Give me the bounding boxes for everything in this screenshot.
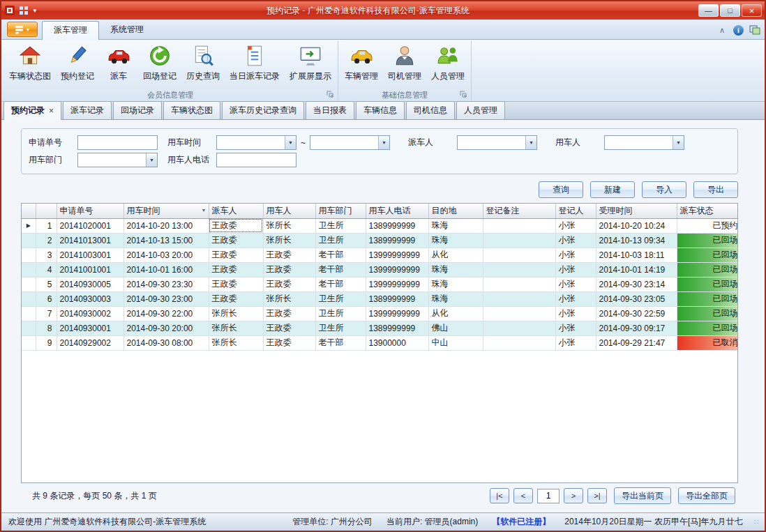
- column-header-目的地[interactable]: 目的地: [428, 204, 483, 218]
- cell-status: 已回场: [677, 291, 738, 306]
- doc-tab-人员管理[interactable]: 人员管理: [456, 101, 505, 119]
- column-header-用车人[interactable]: 用车人: [263, 204, 315, 218]
- table-row[interactable]: 3201410030012014-10-03 20:00王政委王政委老干部139…: [22, 248, 738, 262]
- group-dialog-launcher-icon[interactable]: [326, 91, 334, 98]
- app-menu-button[interactable]: ▼: [7, 22, 38, 37]
- column-header-用车人电话[interactable]: 用车人电话: [366, 204, 428, 218]
- quick-access-grid-icon[interactable]: [18, 5, 29, 16]
- help-info-icon[interactable]: i: [733, 25, 744, 36]
- ribbon-button-派车[interactable]: 派车: [99, 40, 138, 89]
- use-time-from-combo[interactable]: ▼: [216, 135, 296, 150]
- ribbon-button-扩展屏显示[interactable]: 扩展屏显示: [285, 40, 336, 89]
- doc-tab-派车记录[interactable]: 派车记录: [63, 101, 112, 119]
- last-page-button[interactable]: >|: [587, 488, 607, 503]
- doc-tab-当日报表[interactable]: 当日报表: [306, 101, 354, 119]
- cell-order-no: 20141003001: [57, 248, 123, 262]
- ribbon-group: 车辆管理司机管理人员管理基础信息管理: [338, 40, 472, 101]
- table-row[interactable]: ▶1201410200012014-10-20 13:00王政委张所长卫生所13…: [22, 218, 738, 233]
- doc-tab-回场记录[interactable]: 回场记录: [113, 101, 162, 119]
- cell-user: 张所长: [263, 233, 315, 248]
- status-bar: 欢迎使用 广州爱奇迪软件科技有限公司-派车管理系统 管理单位: 广州分公司 当前…: [1, 512, 765, 531]
- next-page-button[interactable]: >: [564, 488, 583, 503]
- table-row[interactable]: 7201409300022014-09-30 22:00张所长王政委卫生所139…: [22, 306, 738, 321]
- user-combo[interactable]: ▼: [604, 135, 684, 150]
- column-header-用车时间[interactable]: 用车时间▼: [123, 204, 209, 218]
- table-row[interactable]: 5201409300052014-09-30 23:30王政委王政委老干部139…: [22, 277, 738, 291]
- chevron-down-icon[interactable]: ▼: [285, 136, 296, 149]
- cell-status: 已回场: [677, 262, 738, 277]
- import-button[interactable]: 导入: [642, 181, 686, 198]
- group-dialog-launcher-icon[interactable]: [460, 91, 467, 98]
- doc-tab-车辆信息[interactable]: 车辆信息: [356, 101, 405, 119]
- ribbon-button-人员管理[interactable]: 人员管理: [426, 40, 470, 89]
- ribbon-button-回场登记[interactable]: 回场登记: [138, 40, 181, 89]
- new-button[interactable]: 新建: [590, 181, 635, 198]
- dispatcher-combo[interactable]: ▼: [457, 135, 537, 150]
- chevron-down-icon[interactable]: ▼: [146, 153, 157, 167]
- ribbon-button-当日派车记录[interactable]: 当日派车记录: [225, 40, 285, 89]
- maximize-button[interactable]: □: [720, 4, 740, 17]
- table-row[interactable]: 4201410010012014-10-01 16:00王政委王政委老干部139…: [22, 262, 738, 277]
- table-row[interactable]: 8201409300012014-09-30 20:00张所长王政委卫生所138…: [22, 321, 738, 335]
- table-row[interactable]: 6201409300032014-09-30 23:00王政委张所长卫生所138…: [22, 291, 738, 306]
- ribbon-tab-派车管理[interactable]: 派车管理: [42, 21, 99, 40]
- prev-page-button[interactable]: <: [513, 488, 533, 503]
- column-header-受理时间[interactable]: 受理时间: [596, 204, 677, 218]
- register-status-link[interactable]: 【软件已注册】: [485, 516, 557, 528]
- cell-dept: 卫生所: [315, 291, 366, 306]
- export-current-page-button[interactable]: 导出当前页: [614, 487, 671, 504]
- doc-tab-派车历史记录查询[interactable]: 派车历史记录查询: [222, 101, 304, 119]
- cell-user: 王政委: [263, 262, 315, 277]
- column-filter-dropdown-icon[interactable]: ▼: [202, 208, 206, 213]
- style-switch-icon[interactable]: [749, 24, 760, 36]
- welcome-text: 欢迎使用 广州爱奇迪软件科技有限公司-派车管理系统: [7, 516, 213, 528]
- doc-tab-车辆状态图[interactable]: 车辆状态图: [163, 101, 220, 119]
- cell-status: 已回场: [677, 248, 738, 262]
- close-tab-icon[interactable]: ×: [49, 106, 54, 116]
- ribbon-button-司机管理[interactable]: 司机管理: [383, 40, 426, 89]
- collapse-ribbon-icon[interactable]: ∧: [716, 24, 728, 36]
- ribbon-button-车辆状态图[interactable]: 车辆状态图: [4, 40, 56, 89]
- minimize-button[interactable]: —: [698, 4, 719, 17]
- ribbon-button-历史查询[interactable]: 历史查询: [181, 40, 225, 89]
- cell-user: 王政委: [263, 306, 315, 321]
- export-all-pages-button[interactable]: 导出全部页: [678, 487, 735, 504]
- column-header-申请单号[interactable]: 申请单号: [57, 204, 123, 218]
- column-header-派车状态[interactable]: 派车状态: [677, 204, 738, 218]
- cell-dept: 卫生所: [315, 306, 366, 321]
- dept-label: 用车部门: [29, 154, 72, 166]
- chevron-down-icon[interactable]: ▼: [378, 136, 389, 149]
- column-header-登记备注[interactable]: 登记备注: [483, 204, 555, 218]
- table-row[interactable]: 2201410130012014-10-13 15:00王政委张所长卫生所138…: [22, 233, 738, 248]
- cell-use-time: 2014-10-13 15:00: [123, 233, 209, 248]
- cell-remark: [483, 306, 555, 321]
- close-button[interactable]: ×: [742, 4, 762, 17]
- row-number: 5: [36, 277, 57, 291]
- ribbon-button-预约登记[interactable]: 预约登记: [56, 40, 99, 89]
- doc-tab-司机信息[interactable]: 司机信息: [406, 101, 455, 119]
- column-header-登记人[interactable]: 登记人: [555, 204, 596, 218]
- column-header-用车部门[interactable]: 用车部门: [315, 204, 366, 218]
- chevron-down-icon[interactable]: ▼: [673, 136, 684, 149]
- doc-tab-预约记录[interactable]: 预约记录×: [3, 101, 61, 120]
- ribbon-button-车辆管理[interactable]: 车辆管理: [340, 40, 383, 89]
- order-no-input[interactable]: [77, 135, 158, 150]
- query-button[interactable]: 查询: [539, 181, 583, 198]
- cell-dispatcher: 王政委: [209, 262, 263, 277]
- column-header-派车人[interactable]: 派车人: [209, 204, 263, 218]
- grid-footer: 共 9 条记录，每页 50 条，共 1 页 |< < > >| 导出当前页 导出…: [21, 483, 738, 508]
- first-page-button[interactable]: |<: [490, 488, 509, 503]
- phone-input[interactable]: [216, 153, 296, 167]
- dept-combo[interactable]: ▼: [77, 153, 158, 167]
- cell-accept-time: 2014-09-30 09:17: [596, 321, 677, 335]
- quick-access-dropdown-icon[interactable]: ▼: [32, 8, 38, 14]
- ribbon-tab-系统管理[interactable]: 系统管理: [99, 21, 155, 39]
- chevron-down-icon[interactable]: ▼: [525, 136, 536, 149]
- export-button[interactable]: 导出: [693, 181, 738, 198]
- cell-phone: 1389999999: [366, 321, 428, 335]
- table-row[interactable]: 9201409290022014-09-30 08:00张所长王政委老干部139…: [22, 335, 738, 350]
- records-grid[interactable]: 申请单号用车时间▼派车人用车人用车部门用车人电话目的地登记备注登记人受理时间派车…: [21, 203, 738, 483]
- filter-panel: 申请单号 用车时间 ▼ ~ ▼ 派车人 ▼ 用车人 ▼ 用车部门 ▼ 用车人电话: [21, 128, 738, 174]
- use-time-to-combo[interactable]: ▼: [310, 135, 390, 150]
- page-number-input[interactable]: [537, 489, 560, 503]
